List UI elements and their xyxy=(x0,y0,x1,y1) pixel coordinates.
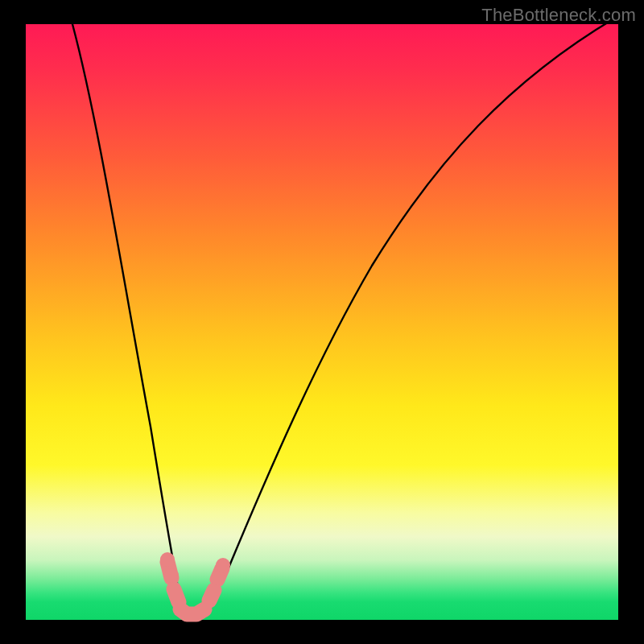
bottleneck-curve xyxy=(72,16,618,617)
marker-dot xyxy=(164,568,179,583)
plot-area xyxy=(26,24,618,620)
curve-layer xyxy=(26,24,618,620)
watermark-text: TheBottleneck.com xyxy=(481,5,636,26)
marker-dot xyxy=(211,571,225,585)
marker-dot xyxy=(160,552,175,567)
chart-frame: TheBottleneck.com xyxy=(0,0,644,644)
marker-dot xyxy=(216,558,230,572)
